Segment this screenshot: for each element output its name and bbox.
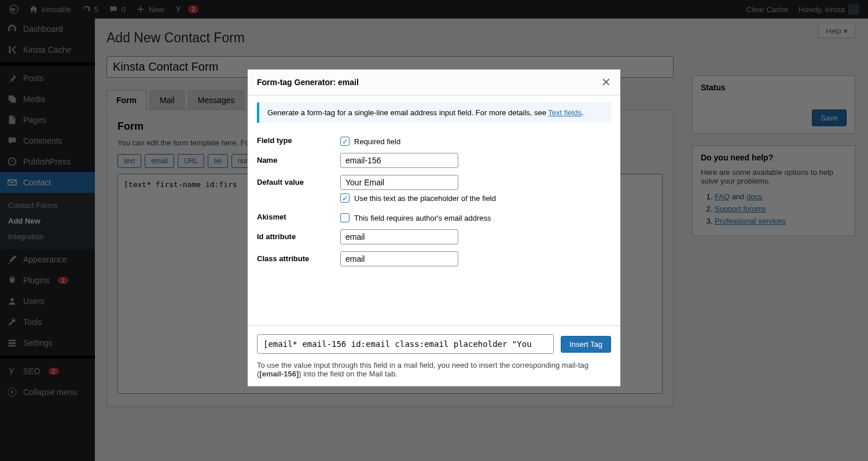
required-label: Required field: [354, 137, 400, 146]
close-icon: ✕: [601, 76, 611, 89]
required-checkbox[interactable]: ✓: [340, 137, 350, 146]
placeholder-label: Use this text as the placeholder of the …: [354, 194, 496, 203]
class-attr-input[interactable]: [340, 251, 458, 266]
akismet-checkbox[interactable]: [340, 213, 350, 222]
modal-notice: Generate a form-tag for a single-line em…: [257, 103, 611, 123]
name-input[interactable]: [340, 153, 458, 168]
modal-close-button[interactable]: ✕: [601, 75, 611, 89]
mail-tag: [email-156]: [259, 369, 299, 378]
modal-header: Form-tag Generator: email ✕: [248, 69, 620, 96]
label-default: Default value: [257, 175, 340, 186]
label-field-type: Field type: [257, 133, 340, 145]
form-tag-modal: Form-tag Generator: email ✕ Generate a f…: [248, 69, 620, 386]
label-akismet: Akismet: [257, 210, 340, 221]
insert-tag-button[interactable]: Insert Tag: [561, 336, 611, 353]
modal-footer: Insert Tag To use the value input throug…: [248, 325, 620, 386]
footer-note: To use the value input through this fiel…: [257, 361, 611, 378]
modal-title: Form-tag Generator: email: [257, 78, 359, 87]
text-fields-link[interactable]: Text fields: [548, 108, 582, 117]
label-class-attr: Class attribute: [257, 251, 340, 263]
id-attr-input[interactable]: [340, 229, 458, 244]
label-name: Name: [257, 153, 340, 164]
default-value-input[interactable]: [340, 175, 458, 190]
modal-body: Field type ✓Required field Name Default …: [248, 130, 620, 325]
akismet-label: This field requires author's email addre…: [354, 214, 491, 222]
placeholder-checkbox[interactable]: ✓: [340, 193, 350, 203]
label-id-attr: Id attribute: [257, 229, 340, 241]
tag-output-input[interactable]: [257, 334, 554, 354]
